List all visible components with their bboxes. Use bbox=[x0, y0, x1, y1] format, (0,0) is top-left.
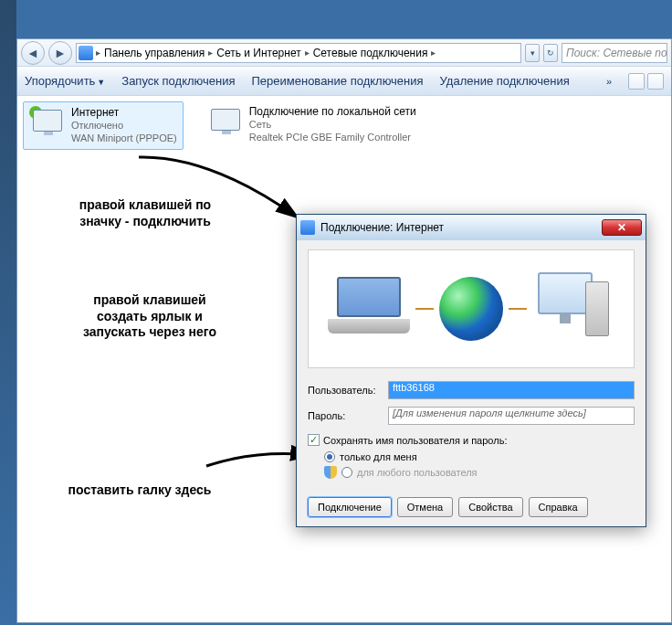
chevron-icon: ▸ bbox=[430, 48, 436, 58]
save-credentials-label: Сохранять имя пользователя и пароль: bbox=[323, 435, 507, 446]
any-user-label: для любого пользователя bbox=[357, 467, 478, 478]
help-button[interactable]: Справка bbox=[529, 497, 588, 517]
toolbar-overflow[interactable]: » bbox=[606, 76, 612, 87]
user-label: Пользователь: bbox=[308, 385, 388, 396]
only-me-label: только для меня bbox=[340, 451, 417, 462]
annotation-2: правой клавишейсоздать ярлык изапускать … bbox=[49, 292, 250, 341]
folder-icon bbox=[79, 46, 93, 60]
toolbar: Упорядочить▼ Запуск подключения Переимен… bbox=[17, 67, 671, 96]
shield-icon bbox=[324, 466, 337, 479]
annotation-3: поставить галку здесь bbox=[35, 482, 245, 499]
properties-button[interactable]: Свойства bbox=[458, 497, 522, 517]
view-icons bbox=[628, 73, 664, 90]
connect-button[interactable]: Подключение bbox=[308, 497, 392, 517]
cancel-button[interactable]: Отмена bbox=[397, 497, 453, 517]
username-input[interactable]: fttb36168 bbox=[388, 381, 635, 399]
connection-title: Подключение по локальной сети bbox=[249, 105, 416, 119]
help-button[interactable] bbox=[647, 73, 664, 90]
any-user-radio bbox=[341, 467, 352, 478]
titlebar[interactable]: Подключение: Интернет ✕ bbox=[297, 215, 646, 240]
app-icon bbox=[300, 220, 315, 235]
connection-dialog: Подключение: Интернет ✕ Пользователь: ft… bbox=[296, 214, 646, 527]
password-input[interactable]: [Для изменения пароля щелкните здесь] bbox=[388, 407, 635, 425]
chevron-icon: ▸ bbox=[95, 48, 101, 58]
connection-device: WAN Miniport (PPPOE) bbox=[71, 132, 177, 145]
connections-list: ✓ Интернет Отключено WAN Miniport (PPPOE… bbox=[17, 96, 671, 155]
crumb-connections[interactable]: Сетевые подключения bbox=[310, 47, 431, 59]
connection-title: Интернет bbox=[71, 106, 177, 120]
globe-icon bbox=[439, 277, 503, 341]
connection-lan[interactable]: Подключение по локальной сети Сеть Realt… bbox=[202, 101, 422, 150]
connection-device: Realtek PCIe GBE Family Controller bbox=[249, 132, 416, 144]
connection-status: Сеть bbox=[249, 119, 416, 132]
desktop-icon bbox=[532, 272, 614, 345]
address-bar[interactable]: ▸ Панель управления ▸ Сеть и Интернет ▸ … bbox=[76, 43, 521, 63]
refresh-button[interactable]: ▾ bbox=[525, 44, 540, 62]
refresh-icon[interactable]: ↻ bbox=[543, 44, 558, 62]
connection-status: Отключено bbox=[71, 120, 177, 132]
connection-internet[interactable]: ✓ Интернет Отключено WAN Miniport (PPPOE… bbox=[23, 101, 184, 150]
back-button[interactable]: ◄ bbox=[21, 41, 45, 65]
chevron-icon: ▸ bbox=[304, 48, 310, 58]
annotation-1: правой клавишей позначку - подключить bbox=[49, 197, 241, 229]
start-connection-button[interactable]: Запуск подключения bbox=[121, 74, 235, 88]
dialog-title: Подключение: Интернет bbox=[320, 221, 602, 234]
illustration bbox=[308, 249, 635, 368]
password-label: Пароль: bbox=[308, 410, 388, 421]
save-credentials-checkbox[interactable]: ✓ bbox=[308, 434, 320, 446]
search-input[interactable]: Поиск: Сетевые под bbox=[562, 43, 667, 63]
organize-menu[interactable]: Упорядочить▼ bbox=[25, 74, 105, 88]
crumb-control-panel[interactable]: Панель управления bbox=[101, 47, 207, 59]
laptop-icon bbox=[328, 277, 410, 341]
forward-button[interactable]: ► bbox=[48, 41, 72, 65]
view-button[interactable] bbox=[628, 73, 645, 90]
rename-connection-button[interactable]: Переименование подключения bbox=[252, 74, 424, 88]
only-me-radio[interactable] bbox=[324, 451, 335, 462]
delete-connection-button[interactable]: Удаление подключения bbox=[440, 74, 570, 88]
chevron-icon: ▸ bbox=[207, 48, 214, 58]
connection-icon: ✓ bbox=[29, 106, 66, 143]
connection-icon bbox=[207, 105, 244, 142]
nav-row: ◄ ► ▸ Панель управления ▸ Сеть и Интерне… bbox=[17, 39, 671, 67]
close-button[interactable]: ✕ bbox=[602, 219, 642, 236]
crumb-network[interactable]: Сеть и Интернет bbox=[214, 47, 303, 59]
desktop-background bbox=[0, 0, 16, 625]
